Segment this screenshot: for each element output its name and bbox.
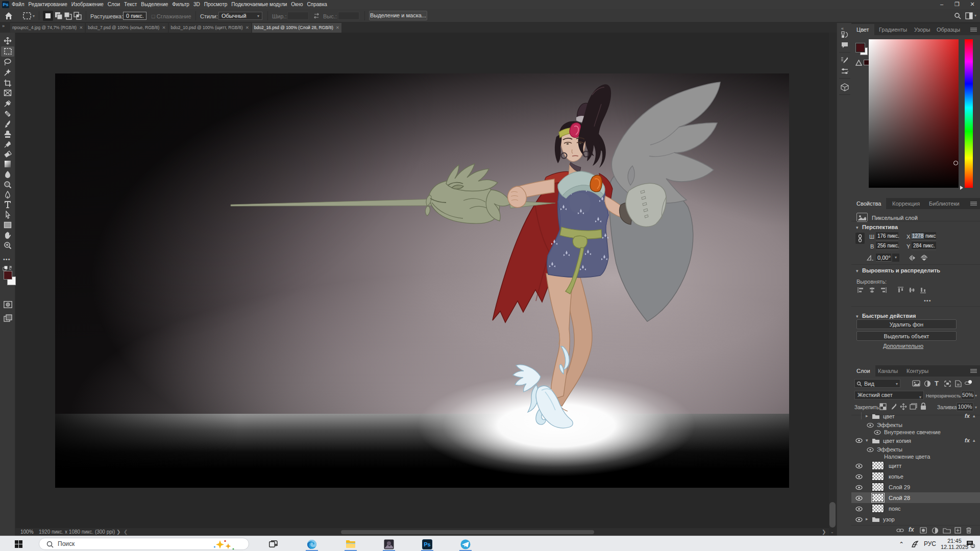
svg-text:2: 2 [972, 544, 974, 548]
